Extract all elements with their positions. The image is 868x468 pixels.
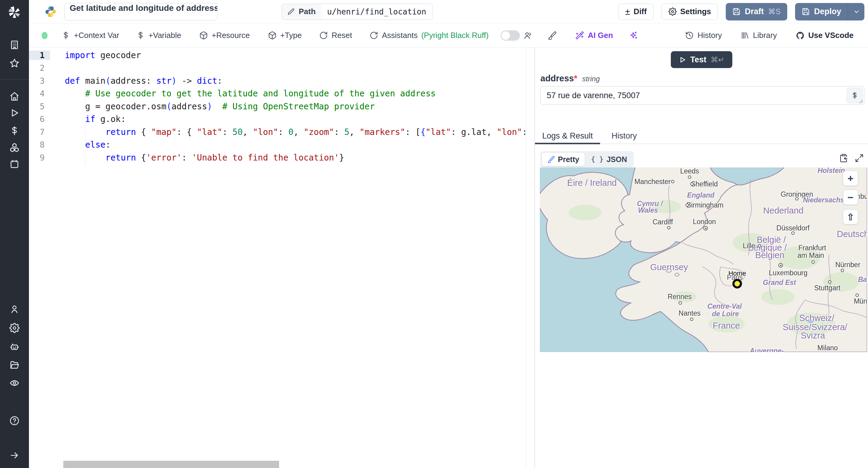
map-city-dot: [758, 244, 761, 247]
map-zoom-in-button[interactable]: +: [843, 171, 858, 186]
map-label: am Main: [798, 252, 824, 260]
add-resource-button[interactable]: +Resource: [199, 31, 250, 40]
map-label: Centre-Val: [707, 302, 742, 310]
assistants-button[interactable]: Assistants (Pyright Black Ruff): [370, 31, 489, 40]
json-toggle[interactable]: { } JSON: [586, 153, 632, 166]
help-icon[interactable]: [0, 414, 29, 427]
map-label: Éire / Ireland: [567, 178, 617, 188]
draft-button[interactable]: Draft ⌘S: [726, 3, 787, 21]
format-button[interactable]: [548, 31, 557, 40]
script-title-input[interactable]: Get latitude and longitude of address: [64, 3, 218, 21]
add-variable-button[interactable]: +Variable: [136, 31, 181, 40]
code-line[interactable]: 5 g = geocoder.osm(address) # Using Open…: [29, 100, 526, 113]
home-marker[interactable]: [733, 279, 742, 289]
map-label: Cardiff: [652, 218, 673, 226]
settings-nav-icon[interactable]: [0, 321, 29, 335]
map-capital-dot: [778, 263, 783, 268]
pretty-toggle[interactable]: Pretty: [541, 153, 585, 166]
history-icon: [685, 31, 694, 40]
resize-handle-icon[interactable]: [859, 99, 863, 104]
tab-history[interactable]: History: [604, 128, 644, 144]
gear-icon: [669, 7, 677, 16]
map-fit-bounds-button[interactable]: ⇧: [843, 209, 858, 224]
top-bar: Get latitude and longitude of address Pa…: [29, 0, 868, 24]
chevron-down-icon[interactable]: [853, 8, 860, 15]
map-city-dot: [795, 197, 799, 201]
variables-icon[interactable]: [0, 124, 29, 137]
map-label: Nantes: [679, 309, 701, 317]
map-zoom-out-button[interactable]: −: [843, 190, 858, 205]
code-editor[interactable]: 1import geocoder23def main(address: str)…: [29, 47, 526, 468]
code-line[interactable]: 2: [29, 62, 526, 75]
runs-icon[interactable]: [0, 106, 29, 120]
favorites-icon[interactable]: [0, 57, 29, 70]
map-label: Holstein: [818, 167, 845, 175]
resources-icon[interactable]: [0, 141, 29, 154]
rotate-icon: [370, 31, 378, 40]
ai-sparkles-button[interactable]: [629, 31, 638, 40]
toggle-knob: [501, 31, 510, 40]
copy-result-icon[interactable]: [839, 154, 848, 163]
code-line[interactable]: 1import geocoder: [29, 49, 526, 62]
building-icon: [9, 40, 20, 50]
schedules-icon[interactable]: [0, 158, 29, 171]
code-line[interactable]: 6 if g.ok:: [29, 113, 526, 126]
tab-logs-result[interactable]: Logs & Result: [535, 128, 600, 144]
folders-nav-icon[interactable]: [0, 358, 29, 372]
user-icon: [9, 304, 20, 314]
map-label: France: [713, 321, 740, 331]
workers-nav-icon[interactable]: [0, 340, 29, 354]
map-label: Birmingham: [687, 201, 724, 209]
settings-button[interactable]: Settings: [661, 4, 718, 20]
map-city-dot: [828, 280, 832, 284]
audit-nav-icon[interactable]: [0, 376, 29, 390]
path-label-section: Path: [282, 4, 321, 20]
add-context-var-button[interactable]: +Context Var: [61, 31, 119, 40]
home-icon[interactable]: [0, 90, 29, 103]
code-line[interactable]: 4 # Use geocoder to get the latitude and…: [29, 87, 526, 100]
workspace-icon[interactable]: [0, 38, 29, 52]
play-icon: [9, 108, 20, 118]
expand-result-icon[interactable]: [855, 154, 864, 163]
deploy-button[interactable]: Deploy: [795, 3, 864, 21]
status-dot: [41, 32, 48, 39]
dollar-icon: [851, 92, 859, 99]
map-label: Schweiz/: [799, 313, 834, 323]
library-button[interactable]: Library: [741, 31, 777, 40]
line-number: 5: [29, 102, 50, 111]
reset-button[interactable]: Reset: [319, 31, 352, 40]
code-line[interactable]: 3def main(address: str) -> dict:: [29, 74, 526, 87]
play-icon: [678, 56, 686, 64]
test-button[interactable]: Test ⌘↵: [671, 51, 732, 68]
code-line[interactable]: 9 return {'error': 'Unable to find the l…: [29, 151, 526, 164]
collaboration-toggle[interactable]: [501, 30, 520, 41]
result-map[interactable]: LeedsHolsteinÉire / IrelandManchesterShe…: [540, 167, 867, 352]
line-number: 9: [29, 153, 50, 162]
windmill-logo[interactable]: [0, 6, 29, 19]
test-shortcut: ⌘↵: [711, 56, 724, 64]
paintbrush-icon: [547, 156, 555, 163]
map-label: Nederland: [763, 206, 804, 215]
settings-label: Settings: [680, 7, 711, 16]
expand-sidebar-icon[interactable]: [0, 449, 29, 462]
assistants-detail: (Pyright Black Ruff): [421, 31, 489, 40]
path-value: u/henri/find_location: [321, 7, 432, 16]
diff-button[interactable]: ± Diff: [618, 4, 654, 20]
left-sidebar: [0, 0, 29, 468]
map-capital-dot: [704, 226, 708, 231]
multiplayer-button[interactable]: [524, 31, 532, 40]
code-history-button[interactable]: History: [685, 31, 722, 40]
library-icon: [741, 31, 749, 40]
map-label: Deutschlan: [837, 229, 867, 239]
script-path-widget[interactable]: Path u/henri/find_location: [281, 4, 433, 20]
code-line[interactable]: 8 else:: [29, 138, 526, 152]
use-vscode-button[interactable]: Use VScode: [796, 31, 854, 40]
line-number: 4: [29, 89, 50, 98]
ai-gen-button[interactable]: AI Gen: [575, 31, 613, 40]
map-city-dot: [841, 269, 844, 272]
add-type-button[interactable]: +Type: [268, 31, 302, 40]
address-input[interactable]: 57 rue de varenne, 75007: [540, 86, 864, 105]
code-line[interactable]: 7 return { "map": { "lat": 50, "lon": 0,…: [29, 126, 526, 138]
horizontal-scrollbar[interactable]: [63, 461, 279, 468]
users-nav-icon[interactable]: [0, 303, 29, 316]
